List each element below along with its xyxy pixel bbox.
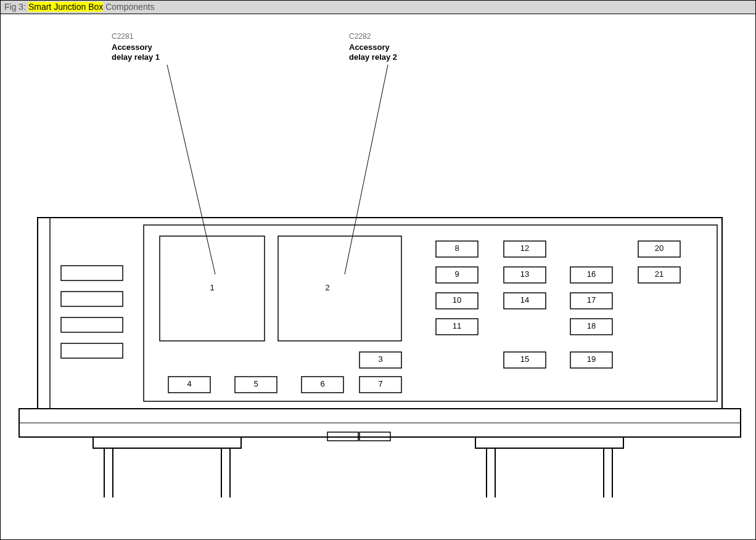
- svg-text:21: 21: [655, 269, 664, 279]
- diagram-area: C2281 Accessory delay relay 1 C2282 Acce…: [1, 14, 755, 539]
- leg-right: [475, 437, 623, 497]
- svg-text:10: 10: [453, 295, 461, 305]
- svg-rect-24: [475, 437, 623, 448]
- svg-text:7: 7: [378, 379, 382, 388]
- svg-text:8: 8: [454, 243, 459, 253]
- title-suffix: Components: [103, 2, 154, 12]
- svg-text:14: 14: [520, 295, 529, 305]
- relay2-line1: Accessory: [349, 43, 390, 52]
- svg-text:15: 15: [520, 354, 529, 364]
- svg-rect-19: [93, 437, 241, 448]
- svg-text:12: 12: [520, 243, 529, 253]
- blank-slot-b: [61, 292, 123, 306]
- svg-text:6: 6: [320, 379, 324, 388]
- leader-line-1: [167, 65, 215, 274]
- svg-text:16: 16: [587, 269, 596, 279]
- relay1-line2: delay relay 1: [112, 52, 160, 62]
- svg-text:18: 18: [587, 321, 596, 330]
- leg-left: [93, 437, 241, 497]
- relay1-line1: Accessory: [112, 43, 153, 52]
- svg-text:4: 4: [187, 379, 191, 388]
- box-inner-frame: [144, 225, 717, 401]
- svg-text:17: 17: [587, 295, 596, 305]
- svg-text:5: 5: [253, 379, 258, 388]
- relay1-code: C2281: [112, 32, 134, 41]
- title-highlight: Smart Junction Box: [28, 2, 103, 12]
- relay2-number: 2: [325, 283, 329, 292]
- junction-box-svg: C2281 Accessory delay relay 1 C2282 Acce…: [1, 14, 755, 539]
- svg-text:20: 20: [655, 243, 664, 253]
- diagram-page: Fig 3: Smart Junction Box Components C22…: [0, 0, 756, 540]
- figure-title-bar: Fig 3: Smart Junction Box Components: [1, 1, 755, 14]
- relay-box-2: [278, 236, 401, 341]
- svg-text:3: 3: [378, 354, 382, 364]
- svg-text:11: 11: [453, 321, 461, 330]
- callout-relay-2: C2282 Accessory delay relay 2: [349, 32, 397, 62]
- blank-slot-a: [61, 266, 123, 280]
- callout-relay-1: C2281 Accessory delay relay 1: [112, 32, 160, 62]
- title-prefix: Fig 3:: [4, 2, 28, 12]
- svg-text:19: 19: [587, 354, 596, 364]
- blank-slot-d: [61, 343, 123, 358]
- relay1-number: 1: [210, 283, 214, 292]
- blank-slot-c: [61, 317, 123, 332]
- leader-line-2: [345, 65, 388, 274]
- svg-text:9: 9: [454, 269, 459, 279]
- relay2-line2: delay relay 2: [349, 52, 397, 62]
- relay2-code: C2282: [349, 32, 371, 41]
- svg-text:13: 13: [520, 269, 529, 279]
